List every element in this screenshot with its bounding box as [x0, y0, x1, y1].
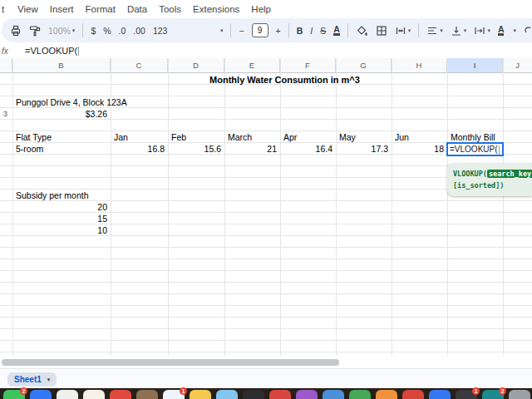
row-header-corner[interactable]	[0, 58, 12, 72]
column-header-g[interactable]: G	[336, 58, 392, 72]
link-icon[interactable]	[524, 25, 532, 37]
gridline	[280, 58, 281, 356]
dock-app-red[interactable]	[269, 390, 291, 399]
cell-monthly-bill-header[interactable]: Monthly Bill	[451, 131, 495, 143]
dock-app-photos[interactable]	[83, 390, 105, 399]
formula-input[interactable]: =VLOOKUP(	[25, 46, 77, 56]
text-color-icon[interactable]: A	[333, 25, 340, 36]
fill-color-icon[interactable]	[356, 25, 368, 37]
cell-apr-header[interactable]: Apr	[283, 131, 297, 143]
dock-app-dark[interactable]	[243, 390, 264, 399]
dock-app-messages[interactable]: 1	[163, 390, 185, 399]
strikethrough-icon[interactable]: S	[320, 26, 326, 36]
sheet-title-cell[interactable]: Monthly Water Consumtion in m^3	[175, 74, 395, 86]
italic-icon[interactable]: I	[310, 26, 313, 36]
cell-jun-header[interactable]: Jun	[395, 131, 409, 143]
column-header-i-selected[interactable]: I	[447, 58, 503, 72]
percent-format-icon[interactable]: %	[103, 26, 111, 36]
dock-app-calendar[interactable]	[110, 390, 131, 399]
active-cell-formula[interactable]: =VLOOKUP(	[446, 142, 504, 156]
menu-item-data[interactable]: Data	[127, 4, 147, 14]
menu-item-format[interactable]: Format	[85, 4, 115, 14]
cell-jun-value[interactable]: 18	[395, 143, 444, 155]
chevron-down-icon: ▾	[72, 27, 76, 34]
font-family-select[interactable]: ▾	[175, 27, 223, 34]
menu-item-insert[interactable]: Insert	[50, 4, 74, 14]
dock-app-weather[interactable]	[216, 390, 238, 399]
cell-apr-value[interactable]: 16.4	[283, 143, 332, 155]
print-icon[interactable]	[10, 25, 22, 37]
column-header-b[interactable]: B	[12, 58, 111, 72]
cell-subsidy-label[interactable]: Subsidy per month	[16, 190, 89, 201]
cell-flat-type-value[interactable]: 5-room	[16, 143, 43, 155]
dock-app-blue[interactable]	[30, 390, 52, 399]
dock-app-red2[interactable]	[402, 390, 424, 399]
cell-may-header[interactable]: May	[339, 131, 356, 143]
paint-format-icon[interactable]	[29, 25, 41, 37]
horizontal-scrollbar[interactable]	[2, 359, 339, 366]
dock-app-orange[interactable]	[376, 390, 397, 399]
gridline	[447, 58, 448, 356]
font-size-input[interactable]: 9	[252, 23, 268, 37]
cell-march-value[interactable]: 21	[228, 143, 277, 155]
column-header-h[interactable]: H	[392, 58, 447, 72]
cell-feb-header[interactable]: Feb	[171, 131, 186, 143]
macos-dock[interactable]: 2112	[0, 388, 532, 399]
cell-may-value[interactable]: 17.3	[339, 143, 388, 155]
cell-flat-type-header[interactable]: Flat Type	[16, 131, 52, 143]
increase-font-size-button[interactable]: +	[276, 26, 281, 36]
tooltip-line2: [is_sorted])	[453, 180, 532, 191]
borders-icon[interactable]	[376, 25, 387, 37]
decrease-font-size-button[interactable]: −	[239, 26, 244, 36]
bold-icon[interactable]: B	[297, 26, 303, 36]
dock-app-purple[interactable]	[296, 390, 318, 399]
cell-feb-value[interactable]: 15.6	[171, 143, 221, 155]
formula-bar[interactable]: fx =VLOOKUP(	[0, 43, 532, 59]
dock-app-green[interactable]: 2	[3, 390, 25, 399]
merge-cells-icon[interactable]: ▾	[395, 25, 411, 37]
dock-app-maps[interactable]	[57, 390, 78, 399]
menu-item-view[interactable]: View	[17, 4, 38, 14]
zoom-select[interactable]: 100%▾	[48, 26, 75, 36]
menu-item-tools[interactable]: Tools	[159, 4, 181, 14]
toolbar-divider	[82, 23, 83, 37]
cell-subsidy-1[interactable]: 20	[16, 201, 107, 213]
notification-badge: 1	[472, 387, 480, 395]
tooltip-line1: VLOOKUP(search_key,	[453, 168, 532, 180]
column-header-e[interactable]: E	[224, 58, 280, 72]
column-header-f[interactable]: F	[280, 58, 336, 72]
dock-app-blue2[interactable]	[429, 390, 451, 399]
sheet-tab-sheet1[interactable]: Sheet1 ▾	[7, 372, 57, 387]
horizontal-align-icon[interactable]: ▾	[426, 25, 443, 37]
column-header-d[interactable]: D	[168, 58, 224, 72]
cell-jan-value[interactable]: 16.8	[114, 143, 165, 155]
number-format-icon[interactable]: 123	[153, 26, 168, 36]
currency-format-icon[interactable]: $	[91, 26, 96, 36]
cell-subsidy-2[interactable]: 15	[16, 213, 107, 224]
toolbar-divider	[288, 23, 289, 37]
text-wrap-icon[interactable]: ▾	[474, 25, 490, 37]
dock-app-settings[interactable]: 1	[456, 390, 477, 399]
dock-app-green2[interactable]	[349, 390, 371, 399]
vertical-align-icon[interactable]: ▾	[451, 25, 467, 37]
cell-jan-header[interactable]: Jan	[114, 131, 128, 143]
decrease-decimal-icon[interactable]: .0	[119, 26, 126, 36]
cell-rate[interactable]: $3.26	[16, 108, 107, 120]
cell-address[interactable]: Punggol Drive 4, Block 123A	[16, 96, 127, 108]
menu-item-help[interactable]: Help	[251, 4, 271, 14]
text-rotation-icon[interactable]: A	[498, 25, 505, 36]
column-headers: B C D E F G H I J	[0, 58, 532, 73]
dock-app-notes[interactable]	[190, 390, 211, 399]
dock-app-brown[interactable]	[136, 390, 158, 399]
cell-march-header[interactable]: March	[228, 131, 252, 143]
row-header-3[interactable]: 3	[0, 108, 11, 120]
cell-subsidy-3[interactable]: 10	[16, 224, 107, 236]
column-header-c[interactable]: C	[111, 58, 168, 72]
column-header-j[interactable]: J	[503, 58, 532, 72]
dock-app-gray[interactable]	[509, 390, 530, 399]
dock-app-teal[interactable]: 2	[482, 390, 504, 399]
increase-decimal-icon[interactable]: .00	[133, 26, 145, 36]
menu-item-extensions[interactable]: Extensions	[193, 4, 239, 14]
dock-app-contacts[interactable]	[323, 390, 344, 399]
menu-item-clipped[interactable]: t	[2, 4, 6, 14]
